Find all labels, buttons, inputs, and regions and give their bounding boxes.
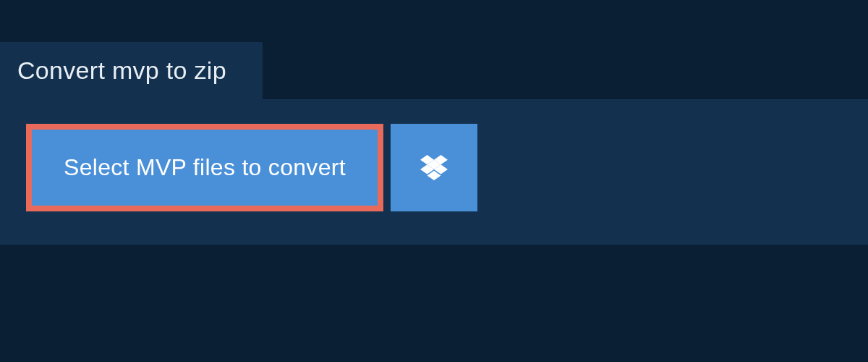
tab-convert[interactable]: Convert mvp to zip <box>0 42 263 99</box>
select-files-label: Select MVP files to convert <box>64 154 346 181</box>
conversion-panel: Select MVP files to convert <box>0 99 868 245</box>
tab-title: Convert mvp to zip <box>17 56 226 84</box>
dropbox-button[interactable] <box>391 124 477 211</box>
dropbox-icon <box>420 155 448 181</box>
select-files-button[interactable]: Select MVP files to convert <box>26 124 383 211</box>
